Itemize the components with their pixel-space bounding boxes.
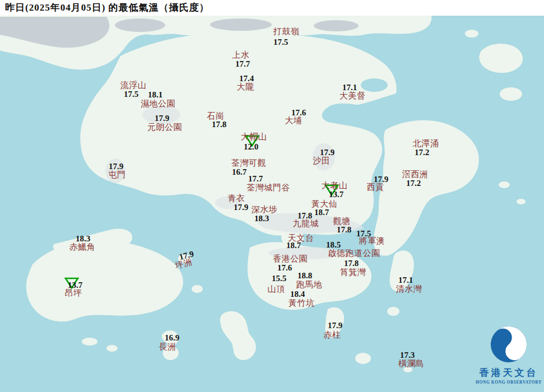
station-temperature: 17.9 <box>328 321 342 330</box>
station-temperature: 17.8 <box>344 259 359 268</box>
station-temperature: 17.1 <box>398 276 413 285</box>
soko-island-1 <box>82 338 97 346</box>
hko-logo-name-zh: 香港天文台 <box>473 366 544 379</box>
station-name: 跑馬地 <box>296 281 323 290</box>
station-name: 赤鱲角 <box>69 243 96 252</box>
station-temperature: 13.7 <box>329 190 343 199</box>
station-name: 深水埗 <box>252 206 278 214</box>
station-name: 香港公園 <box>273 255 308 264</box>
station-name: 大帽山 <box>241 133 267 142</box>
station-temperature: 16.7 <box>232 168 247 177</box>
hong-kong-map <box>0 0 544 392</box>
hei-ling-chau-island <box>192 285 203 293</box>
station-temperature: 12.0 <box>244 143 258 152</box>
station-name: 清水灣 <box>396 285 422 294</box>
station-name: 濕地公園 <box>141 100 175 109</box>
station-temperature: 17.6 <box>277 264 292 273</box>
hko-logo-name-en: HONG KONG OBSERVATORY <box>473 380 544 385</box>
station-temperature: 17.8 <box>337 226 351 235</box>
station-name: 啟德跑道公園 <box>328 249 380 258</box>
station-temperature: 16.9 <box>165 334 179 343</box>
map-title: 昨日(2025年04月05日) 的最低氣溫（攝氏度） <box>0 0 210 16</box>
station-name: 北潭涌 <box>413 139 439 148</box>
shenzhen-urban-2 <box>115 18 165 32</box>
station-name: 荃灣可觀 <box>231 159 266 168</box>
station-name: 青衣 <box>228 194 245 203</box>
station-temperature: 17.9 <box>155 114 169 123</box>
station-temperature: 18.1 <box>148 91 162 100</box>
station-name: 橫瀾島 <box>398 360 425 368</box>
station-name: 沙田 <box>313 157 331 166</box>
plover-cove-reservoir <box>361 78 388 92</box>
hko-logo-icon <box>489 325 528 364</box>
station-temperature: 18.7 <box>314 208 329 217</box>
station-name: 黃竹坑 <box>289 299 315 308</box>
station-name: 將軍澳 <box>359 237 385 246</box>
station-name: 昂坪 <box>65 289 82 298</box>
station-name: 黃大仙 <box>311 200 338 209</box>
ninepin-island-2 <box>517 199 526 204</box>
station-name: 屯門 <box>109 171 126 180</box>
station-name: 山頂 <box>268 285 285 294</box>
station-name: 觀塘 <box>333 217 351 226</box>
station-temperature: 17.9 <box>234 203 248 212</box>
station-name: 九龍城 <box>293 220 319 228</box>
station-name: 大美督 <box>340 92 366 101</box>
station-name: 荃灣城門谷 <box>247 184 290 193</box>
station-name: 石崗 <box>207 112 225 121</box>
station-temperature: 18.8 <box>297 272 312 281</box>
hko-logo: 香港天文台 HONG KONG OBSERVATORY <box>473 325 544 385</box>
station-name: 元朗公園 <box>147 123 182 132</box>
po-toi-island <box>355 353 371 364</box>
station-name: 大隴 <box>237 83 254 92</box>
station-temperature: 15.5 <box>272 274 286 283</box>
station-name: 大老山 <box>322 181 348 190</box>
title-bar: 昨日(2025年04月05日) 的最低氣溫（攝氏度） <box>0 0 544 16</box>
station-temperature: 18.3 <box>254 214 269 223</box>
station-name: 上水 <box>233 51 250 60</box>
station-temperature: 17.8 <box>212 120 226 129</box>
shenzhen-urban-4 <box>314 20 359 31</box>
weather-map: 昨日(2025年04月05日) 的最低氣溫（攝氏度） 17.5打鼓嶺17.7上水… <box>0 0 544 392</box>
station-name: 滘西洲 <box>402 170 429 179</box>
mirs-bay-island <box>500 87 522 101</box>
station-name: 流浮山 <box>120 81 147 90</box>
station-name: 長洲 <box>159 343 176 352</box>
station-name: 筲箕灣 <box>340 268 366 277</box>
station-temperature: 17.2 <box>415 148 429 157</box>
mirs-bay-islet <box>465 30 478 38</box>
station-temperature: 17.5 <box>124 90 138 99</box>
station-temperature: 17.7 <box>248 175 263 184</box>
soko-island-2 <box>106 345 118 352</box>
ninepin-island-1 <box>499 181 510 188</box>
station-name: 大埔 <box>285 116 303 125</box>
tung-lung-island <box>387 307 399 316</box>
shenzhen-urban-3 <box>210 18 272 31</box>
station-name: 西貢 <box>367 183 384 192</box>
station-name: 打鼓嶺 <box>273 27 300 36</box>
station-name: 赤柱 <box>324 331 341 340</box>
station-temperature: 17.5 <box>273 38 288 47</box>
station-temperature: 18.4 <box>290 290 305 299</box>
station-name: 天文台 <box>288 234 314 243</box>
station-temperature: 17.2 <box>406 179 421 188</box>
station-temperature: 17.7 <box>235 60 250 69</box>
